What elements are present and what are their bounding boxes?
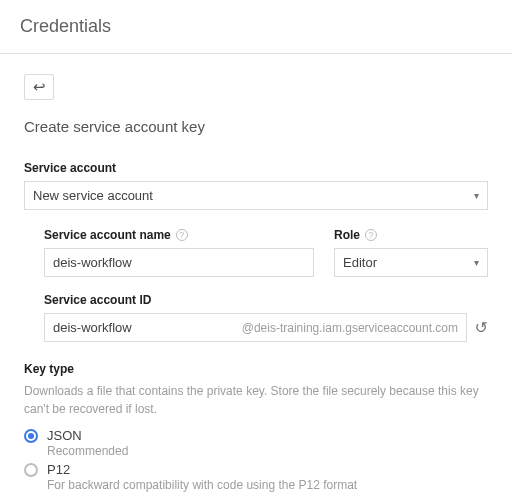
- account-id-input[interactable]: deis-workflow @deis-training.iam.gservic…: [44, 313, 467, 342]
- section-title: Create service account key: [24, 118, 488, 135]
- key-type-description: Downloads a file that contains the priva…: [24, 382, 488, 418]
- chevron-down-icon: ▾: [474, 257, 479, 268]
- role-selected: Editor: [343, 255, 377, 270]
- account-id-label: Service account ID: [44, 293, 488, 307]
- radio-json-sub: Recommended: [47, 444, 128, 458]
- service-account-select[interactable]: New service account ▾: [24, 181, 488, 210]
- account-id-value: deis-workflow: [53, 320, 132, 335]
- service-account-selected: New service account: [33, 188, 153, 203]
- radio-p12[interactable]: [24, 463, 38, 477]
- back-icon: ↩: [33, 78, 46, 96]
- radio-p12-label: P12: [47, 462, 357, 477]
- chevron-down-icon: ▾: [474, 190, 479, 201]
- radio-json[interactable]: [24, 429, 38, 443]
- page-title: Credentials: [0, 0, 512, 53]
- back-button[interactable]: ↩: [24, 74, 54, 100]
- role-label: Role ?: [334, 228, 488, 242]
- help-icon[interactable]: ?: [176, 229, 188, 241]
- key-type-label: Key type: [24, 362, 488, 376]
- role-select[interactable]: Editor ▾: [334, 248, 488, 277]
- help-icon[interactable]: ?: [365, 229, 377, 241]
- service-account-label: Service account: [24, 161, 488, 175]
- account-name-label: Service account name ?: [44, 228, 314, 242]
- radio-p12-sub: For backward compatibility with code usi…: [47, 478, 357, 492]
- account-id-suffix: @deis-training.iam.gserviceaccount.com: [242, 321, 458, 335]
- account-name-input[interactable]: [44, 248, 314, 277]
- radio-json-label: JSON: [47, 428, 128, 443]
- refresh-icon[interactable]: ↻: [475, 318, 488, 337]
